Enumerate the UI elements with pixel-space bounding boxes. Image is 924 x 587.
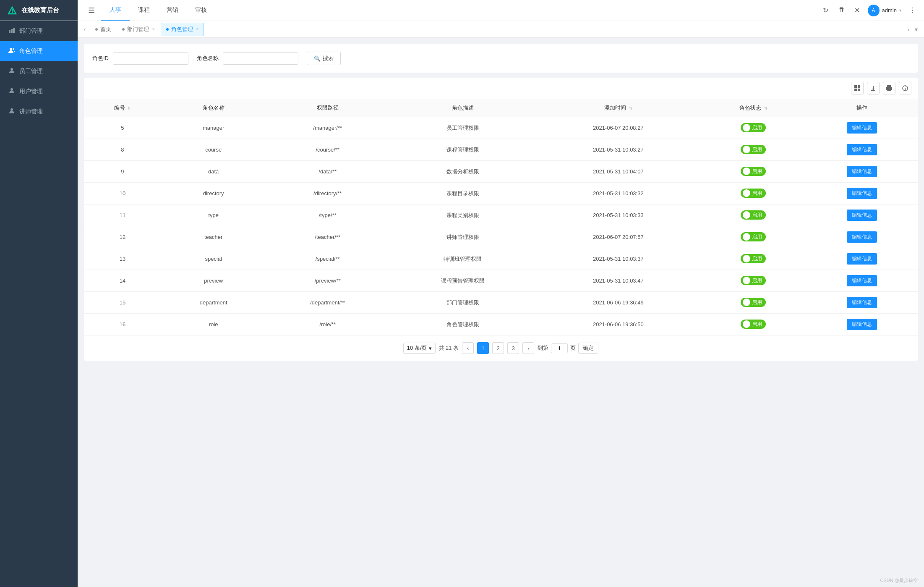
- export-btn[interactable]: [867, 82, 880, 94]
- cell-id: 14: [84, 270, 161, 292]
- tab-prev-btn[interactable]: ‹: [82, 26, 88, 33]
- sidebar-item-staff[interactable]: 员工管理: [0, 61, 78, 81]
- toggle-switch[interactable]: 启用: [741, 210, 766, 220]
- cell-path: /course/**: [266, 139, 389, 161]
- cell-path: /preview/**: [266, 270, 389, 292]
- svg-point-5: [10, 48, 12, 50]
- cell-status[interactable]: 启用: [701, 292, 807, 314]
- cell-id: 11: [84, 204, 161, 226]
- tab-expand-btn[interactable]: ▾: [913, 26, 920, 33]
- role-name-input[interactable]: [223, 52, 298, 65]
- tab-next-btn[interactable]: ›: [905, 26, 911, 33]
- toggle-label: 启用: [752, 321, 762, 328]
- nav-item-personnel[interactable]: 人事: [101, 0, 130, 21]
- tab-bar: ‹ 首页 部门管理 × 角色管理 × › ▾: [78, 21, 924, 38]
- dept-icon: [8, 27, 15, 35]
- more-icon[interactable]: ⋮: [908, 5, 918, 16]
- tab-label-home: 首页: [100, 26, 111, 33]
- role-id-input[interactable]: [113, 52, 188, 65]
- refresh-icon[interactable]: ↻: [821, 5, 830, 16]
- sort-icon-time[interactable]: ⇅: [629, 106, 632, 110]
- tab-home[interactable]: 首页: [90, 23, 116, 36]
- logo-area: 在线教育后台: [0, 0, 78, 21]
- cell-status[interactable]: 启用: [701, 314, 807, 335]
- toggle-label: 启用: [752, 190, 762, 197]
- toggle-switch[interactable]: 启用: [741, 298, 766, 307]
- toggle-switch[interactable]: 启用: [741, 123, 766, 132]
- search-button[interactable]: 🔍 搜索: [307, 52, 341, 65]
- sidebar-item-teacher[interactable]: 讲师管理: [0, 102, 78, 122]
- toggle-switch[interactable]: 启用: [741, 145, 766, 154]
- menu-toggle-icon[interactable]: ☰: [82, 6, 101, 15]
- tab-close-dept[interactable]: ×: [152, 27, 155, 31]
- cell-status[interactable]: 启用: [701, 183, 807, 204]
- cell-status[interactable]: 启用: [701, 161, 807, 183]
- toggle-switch[interactable]: 启用: [741, 254, 766, 263]
- cell-status[interactable]: 启用: [701, 248, 807, 270]
- svg-point-7: [10, 68, 13, 71]
- edit-btn[interactable]: 编辑信息: [847, 319, 877, 330]
- page-btn-3[interactable]: 3: [507, 342, 519, 354]
- cell-name: department: [161, 292, 266, 314]
- toggle-switch[interactable]: 启用: [741, 189, 766, 198]
- grid-view-btn[interactable]: [851, 82, 864, 94]
- print-btn[interactable]: [883, 82, 895, 94]
- page-goto-input[interactable]: [551, 343, 568, 353]
- nav-item-audit[interactable]: 审核: [187, 0, 215, 21]
- toggle-label: 启用: [752, 233, 762, 241]
- toggle-switch[interactable]: 启用: [741, 320, 766, 329]
- cell-action: 编辑信息: [806, 226, 918, 248]
- admin-dropdown-icon: ▾: [899, 8, 901, 13]
- delete-icon[interactable]: [836, 5, 846, 16]
- cell-status[interactable]: 启用: [701, 117, 807, 139]
- sidebar-item-dept[interactable]: 部门管理: [0, 21, 78, 41]
- toggle-circle: [743, 168, 750, 175]
- page-prev-btn[interactable]: ‹: [462, 342, 474, 354]
- toggle-label: 启用: [752, 146, 762, 153]
- svg-rect-12: [854, 89, 857, 91]
- table-row: 5 manager /manager/** 员工管理权限 2021-06-07 …: [84, 117, 918, 139]
- logo-icon: [6, 5, 18, 16]
- table-toolbar: [84, 78, 918, 99]
- toggle-switch[interactable]: 启用: [741, 232, 766, 241]
- edit-btn[interactable]: 编辑信息: [847, 188, 877, 199]
- sidebar-item-user[interactable]: 用户管理: [0, 81, 78, 102]
- edit-btn[interactable]: 编辑信息: [847, 144, 877, 155]
- toggle-switch[interactable]: 启用: [741, 276, 766, 285]
- cell-status[interactable]: 启用: [701, 139, 807, 161]
- tab-extra: › ▾: [905, 26, 920, 33]
- cell-status[interactable]: 启用: [701, 270, 807, 292]
- sort-icon-id[interactable]: ⇅: [128, 106, 131, 110]
- role-name-field: 角色名称: [197, 52, 298, 65]
- edit-btn[interactable]: 编辑信息: [847, 166, 877, 177]
- sort-icon-status[interactable]: ⇅: [764, 106, 767, 110]
- nav-item-marketing[interactable]: 营销: [158, 0, 187, 21]
- col-header-name: 角色名称: [161, 99, 266, 117]
- edit-btn[interactable]: 编辑信息: [847, 122, 877, 134]
- edit-btn[interactable]: 编辑信息: [847, 210, 877, 221]
- toggle-circle: [743, 299, 750, 306]
- edit-btn[interactable]: 编辑信息: [847, 297, 877, 308]
- admin-area[interactable]: A admin ▾: [868, 5, 901, 16]
- edit-btn[interactable]: 编辑信息: [847, 253, 877, 265]
- cell-status[interactable]: 启用: [701, 204, 807, 226]
- svg-point-8: [10, 88, 13, 91]
- page-btn-1[interactable]: 1: [477, 342, 489, 354]
- sidebar-item-role[interactable]: 角色管理: [0, 41, 78, 61]
- col-header-time: 添加时间 ⇅: [536, 99, 701, 117]
- info-btn[interactable]: [899, 82, 911, 94]
- tab-dept[interactable]: 部门管理 ×: [117, 23, 160, 36]
- page-btn-2[interactable]: 2: [492, 342, 504, 354]
- tab-role[interactable]: 角色管理 ×: [161, 23, 204, 36]
- cell-status[interactable]: 启用: [701, 226, 807, 248]
- close-icon[interactable]: ✕: [853, 5, 861, 16]
- edit-btn[interactable]: 编辑信息: [847, 231, 877, 243]
- tab-close-role[interactable]: ×: [196, 27, 199, 31]
- page-confirm-btn[interactable]: 确定: [578, 343, 598, 354]
- nav-item-course[interactable]: 课程: [130, 0, 158, 21]
- cell-action: 编辑信息: [806, 314, 918, 335]
- page-size-select[interactable]: 10 条/页 ▾: [403, 343, 436, 354]
- page-next-btn[interactable]: ›: [522, 342, 534, 354]
- toggle-switch[interactable]: 启用: [741, 167, 766, 176]
- edit-btn[interactable]: 编辑信息: [847, 275, 877, 286]
